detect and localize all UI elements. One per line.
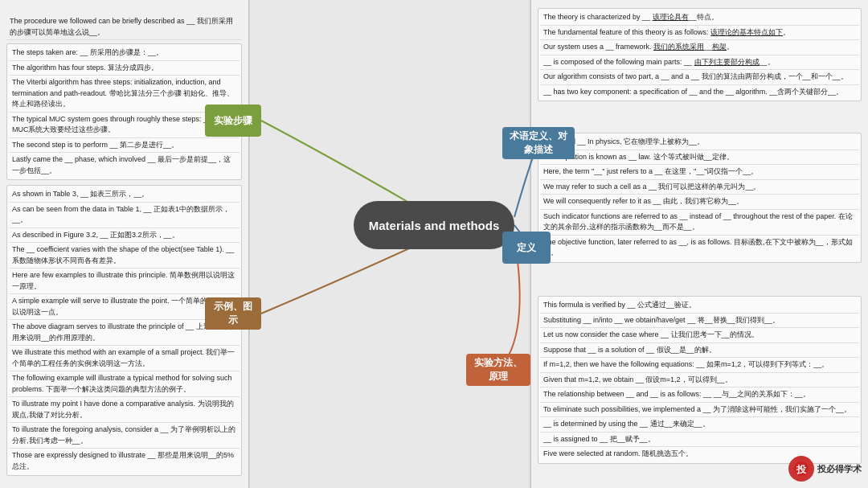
- branch-shiyanbuke: 实验步骤: [205, 105, 261, 137]
- branch-shiyanlifa-label: 实验方法、原理: [473, 356, 524, 383]
- center-node-label: Materials and methods: [369, 219, 500, 232]
- branch-shuyu-label: 术语定义、对象描述: [509, 129, 568, 157]
- mind-map-container: The procedure we followed can be briefly…: [0, 0, 868, 488]
- branch-shiyanbuke-label: 实验步骤: [214, 114, 252, 128]
- branch-dingyi: 定义: [502, 232, 551, 264]
- branch-shili-label: 示例、图示: [211, 300, 255, 327]
- branch-dingyi-label: 定义: [517, 241, 536, 255]
- branch-shili: 示例、图示: [205, 297, 261, 330]
- branch-shuyu: 术语定义、对象描述: [502, 127, 575, 159]
- center-node: Materials and methods: [354, 201, 514, 249]
- branch-shiyanlifa: 实验方法、原理: [466, 354, 530, 386]
